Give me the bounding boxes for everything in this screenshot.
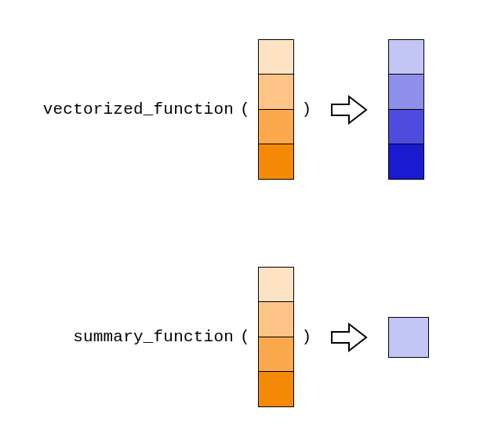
input-vector xyxy=(258,267,294,407)
function-name-label: vectorized_function xyxy=(38,100,235,118)
output-cell xyxy=(388,74,424,110)
function-name-label: summary_function xyxy=(38,328,235,346)
input-cell xyxy=(258,301,294,337)
input-cell xyxy=(258,39,294,75)
close-paren: ) xyxy=(297,100,317,118)
output-cell xyxy=(388,39,424,75)
input-vector xyxy=(258,39,294,180)
input-cell xyxy=(258,371,294,407)
close-paren: ) xyxy=(297,328,317,346)
open-paren: ( xyxy=(235,100,255,118)
output-scalar xyxy=(388,317,429,358)
summary-function-row: summary_function ( ) xyxy=(38,267,429,407)
output-cell xyxy=(388,317,429,358)
input-cell xyxy=(258,144,294,180)
input-cell xyxy=(258,267,294,303)
input-cell xyxy=(258,109,294,145)
output-vector xyxy=(388,39,424,180)
vectorized-function-row: vectorized_function ( ) xyxy=(38,39,427,180)
open-paren: ( xyxy=(235,328,255,346)
arrow-icon xyxy=(330,322,368,353)
arrow-icon xyxy=(330,94,368,126)
input-cell xyxy=(258,337,294,373)
output-cell xyxy=(388,144,424,180)
output-cell xyxy=(388,109,424,145)
input-cell xyxy=(258,74,294,110)
